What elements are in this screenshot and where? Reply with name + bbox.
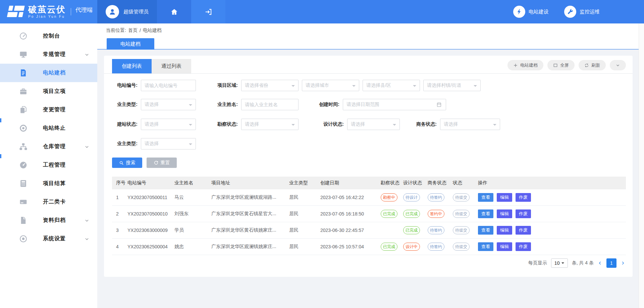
table-row: 4 YX2023062500004 姚忠 广东深圳龙华区观澜镇姚家庄... 居民… bbox=[112, 239, 626, 255]
page-number-button[interactable]: 1 bbox=[606, 258, 616, 268]
status-badge: 已完成 bbox=[403, 210, 420, 218]
breadcrumb-prefix: 当前位置: bbox=[106, 27, 126, 34]
reset-button[interactable]: 重置 bbox=[147, 158, 177, 168]
station-code-input[interactable] bbox=[141, 80, 196, 91]
collapse-button[interactable] bbox=[610, 60, 626, 70]
status-badge: 待签约 bbox=[428, 226, 444, 234]
sidebar-item-document[interactable]: 电站建档 bbox=[0, 64, 97, 82]
table-row: 2 YX2023070500010 刘强东 广东深圳龙华区黄石镇星官大... 居… bbox=[112, 206, 626, 222]
edit-button[interactable]: 编辑 bbox=[497, 242, 512, 251]
page-tab-station-archive[interactable]: 电站建档 bbox=[107, 38, 154, 50]
sidebar-item-file[interactable]: 资料归档 bbox=[0, 211, 97, 230]
cell-station-code: YX2023070500011 bbox=[127, 195, 174, 200]
user-menu[interactable]: 超级管理员 bbox=[97, 0, 157, 23]
app-header: 破茧云伏 Po Jian Yun Fu 代理端 超级管理员 电站建设 bbox=[0, 0, 644, 23]
pagination: 每页显示 10 条, 共 4 条 1 bbox=[528, 258, 625, 268]
breadcrumb-current: 电站建档 bbox=[143, 27, 162, 34]
cell-create-date: 2023-06-30 22:45:57 bbox=[320, 228, 381, 233]
next-page-button[interactable] bbox=[621, 261, 625, 265]
cell-owner-name: 学员 bbox=[174, 227, 211, 233]
view-button[interactable]: 查看 bbox=[478, 193, 493, 202]
dashboard-icon bbox=[19, 32, 28, 40]
content-card: 创建列表 通过列表 电站建档 全屏 刷新 bbox=[104, 56, 633, 277]
person-icon bbox=[108, 8, 116, 16]
cell-status: 待提交 bbox=[453, 226, 478, 234]
nav-label: 电站建设 bbox=[529, 9, 549, 15]
gauge-icon bbox=[19, 161, 28, 169]
record-icon bbox=[19, 124, 28, 132]
owner-type2-label: 业主类型: bbox=[111, 141, 138, 147]
total-count-text: 条, 共 4 条 bbox=[572, 260, 594, 266]
sidebar-item-dashboard[interactable]: 控制台 bbox=[0, 27, 97, 45]
sidebar-item-monitor[interactable]: 常规管理 bbox=[0, 45, 97, 64]
home-button[interactable] bbox=[157, 0, 191, 23]
status-badge: 待签约 bbox=[428, 193, 444, 201]
status-badge: 勘察中 bbox=[381, 193, 397, 201]
edit-button[interactable]: 编辑 bbox=[497, 193, 512, 202]
sidebar-item-gauge[interactable]: 工程管理 bbox=[0, 156, 97, 174]
cell-owner-name: 马云 bbox=[174, 194, 211, 200]
breadcrumb-home-link[interactable]: 首页 bbox=[128, 27, 138, 34]
cell-survey-status: 已完成 bbox=[381, 243, 403, 251]
void-button[interactable]: 作废 bbox=[516, 209, 531, 218]
void-button[interactable]: 作废 bbox=[516, 193, 531, 202]
sidebar: 控制台 常规管理 电站建档 项目立项 变更管理 电站终止 仓库管理 工程管理 项 bbox=[0, 23, 97, 308]
chevron-down-icon bbox=[561, 262, 564, 265]
nav-monitor-ops[interactable]: 监控运维 bbox=[564, 6, 600, 18]
sidebar-item-card[interactable]: 开二类卡 bbox=[0, 193, 97, 211]
table-row: 1 YX2023070500011 马云 广东深圳龙华区观澜镇观湖路... 居民… bbox=[112, 189, 626, 206]
sidebar-item-briefcase[interactable]: 项目立项 bbox=[0, 82, 97, 101]
view-button[interactable]: 查看 bbox=[478, 242, 493, 251]
sidebar-item-record[interactable]: 电站终止 bbox=[0, 119, 97, 137]
edit-button[interactable]: 编辑 bbox=[497, 226, 512, 235]
void-button[interactable]: 作废 bbox=[516, 226, 531, 235]
owner-name-input[interactable] bbox=[241, 99, 299, 110]
sidebar-item-calculator[interactable]: 项目结算 bbox=[0, 174, 97, 193]
cell-actions: 查看编辑作废 bbox=[478, 209, 626, 218]
business-status-select[interactable]: 请选择 bbox=[440, 119, 500, 130]
app-root: 破茧云伏 Po Jian Yun Fu 代理端 超级管理员 电站建设 bbox=[0, 0, 644, 308]
cell-design-status: 设计中 bbox=[403, 243, 428, 251]
create-archive-button[interactable]: 电站建档 bbox=[507, 60, 543, 70]
tab-divider bbox=[104, 73, 633, 74]
prev-page-button[interactable] bbox=[598, 261, 602, 265]
refresh-button[interactable]: 刷新 bbox=[579, 60, 606, 70]
cell-survey-status: 勘察中 bbox=[381, 193, 403, 201]
view-button[interactable]: 查看 bbox=[478, 226, 493, 235]
search-button[interactable]: 搜索 bbox=[112, 158, 142, 168]
page-header-band: 当前位置: 首页 / 电站建档 电站建档 bbox=[97, 23, 644, 50]
province-select[interactable]: 请选择省份 bbox=[241, 80, 299, 91]
county-select[interactable]: 请选择县/区 bbox=[363, 80, 420, 91]
nav-station-build[interactable]: 电站建设 bbox=[513, 6, 549, 18]
village-select[interactable]: 请选择村镇/街道 bbox=[423, 80, 481, 91]
survey-status-select[interactable]: 请选择 bbox=[241, 119, 299, 130]
edit-button[interactable]: 编辑 bbox=[497, 209, 512, 218]
portal-label: 代理端 bbox=[75, 6, 93, 18]
sidebar-item-target[interactable]: 系统设置 bbox=[0, 230, 97, 248]
status-badge: 待提交 bbox=[453, 193, 470, 201]
build-status-label: 建站状态: bbox=[111, 121, 138, 127]
logout-button[interactable] bbox=[191, 0, 225, 23]
scrollbar-track[interactable] bbox=[639, 23, 644, 308]
owner-type-select[interactable]: 请选择 bbox=[141, 99, 196, 110]
fullscreen-button[interactable]: 全屏 bbox=[547, 60, 575, 70]
per-page-label: 每页显示 bbox=[528, 260, 547, 266]
date-range-picker[interactable]: 请选择日期范围 bbox=[343, 99, 446, 110]
document-icon bbox=[19, 69, 28, 77]
sitemap-icon bbox=[19, 142, 28, 151]
tab-create-list[interactable]: 创建列表 bbox=[112, 59, 152, 73]
sidebar-item-copy[interactable]: 变更管理 bbox=[0, 101, 97, 119]
status-badge: 已完成 bbox=[381, 210, 397, 218]
owner-type2-select[interactable]: 请选择 bbox=[141, 138, 196, 149]
sidebar-item-sitemap[interactable]: 仓库管理 bbox=[0, 137, 97, 156]
city-select[interactable]: 请选择城市 bbox=[302, 80, 359, 91]
view-button[interactable]: 查看 bbox=[478, 209, 493, 218]
cell-address: 广东深圳龙华区黄石镇星官大... bbox=[211, 211, 289, 217]
void-button[interactable]: 作废 bbox=[516, 242, 531, 251]
avatar bbox=[106, 5, 119, 18]
build-status-select[interactable]: 请选择 bbox=[141, 119, 196, 130]
design-status-select[interactable]: 请选择 bbox=[347, 119, 400, 130]
tab-passed-list[interactable]: 通过列表 bbox=[152, 59, 191, 73]
cell-station-code: YX2023070500010 bbox=[127, 211, 174, 217]
per-page-select[interactable]: 10 bbox=[551, 258, 568, 268]
